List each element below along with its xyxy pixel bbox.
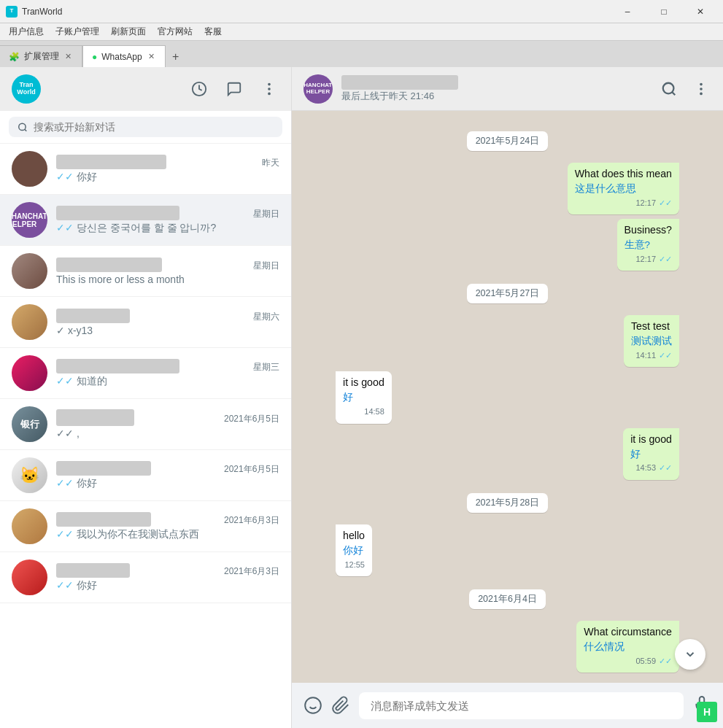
message-row: What circumstance 什么情况 05:59 ✓✓ [336,621,679,673]
msg-time: 14:58 [364,406,384,417]
contact-name: ████████████ [56,257,162,272]
new-tab-button[interactable]: + [166,47,186,67]
msg-ticks: ✓✓ [659,254,672,265]
contact-list: +86 1█████████ 昨天 ✓✓ 你好 THANCHATSHELPER … [0,144,291,728]
chat-area: THANCHATSHELPER +1 (314) 364-1██ 最后上线于昨天… [292,67,723,728]
date-label: 2021年6月4日 [469,589,546,609]
extension-icon: 🧩 [9,52,20,62]
message-input[interactable] [359,692,684,719]
contact-info: +86 1█████████ 昨天 ✓✓ 你好 [56,155,279,184]
maximize-button[interactable]: □ [647,0,681,23]
date-divider: 2021年5月27日 [336,284,679,303]
list-item[interactable]: 银行 刃公账号/代填 2021年6月5日 ✓✓ , [0,399,291,450]
msg-translation: 好 [343,391,384,405]
search-bar [0,111,291,144]
contact-name: +86 10 ████ ... [56,461,151,476]
h-button[interactable]: H [697,702,717,722]
sidebar: TranWorld [0,67,292,728]
avatar: 银行 [12,406,47,442]
list-item[interactable]: + (262) 295-2... 2021年6月3日 ✓✓ 我以为你不在我测试点… [0,501,291,552]
emoji-button[interactable] [303,696,322,715]
whatsapp-tab-icon: ● [92,52,97,62]
contact-info: ████████████ 星期日 This is more or less a … [56,257,279,285]
contact-info: ████ ████ 2021年6月3日 ✓✓ 你好 [56,563,279,592]
tab-close-extensions[interactable]: ✕ [63,52,73,61]
chat-more-button[interactable] [691,79,711,99]
msg-text: it is good [630,433,672,447]
avatar [12,151,47,187]
message-bubble: it is good 好 14:53 ✓✓ [623,428,679,480]
list-item[interactable]: 🐱 +86 10 ████ ... 2021年6月5日 ✓✓ 你好 [0,450,291,501]
list-item[interactable]: THANCHATSHELPER ██████████████ 星期日 ✓✓ 당신… [0,195,291,246]
msg-text: it is good [343,376,384,390]
msg-time: 14:11 [635,350,656,361]
search-chat-button[interactable] [659,79,679,99]
more-icon-btn[interactable] [259,79,279,99]
contact-preview: ✓✓ 你好 [56,171,279,184]
svg-point-7 [700,88,703,90]
sidebar-header-icons [189,79,279,99]
date-divider: 2021年5月24日 [336,131,679,151]
menu-refresh[interactable]: 刷新页面 [105,24,152,39]
close-button[interactable]: ✕ [684,0,717,23]
contact-time: 星期三 [253,361,279,373]
message-row: Test test 测试测试 14:11 ✓✓ [336,315,679,367]
date-divider: 2021年5月28日 [336,493,679,513]
list-item[interactable]: ████ ████ 2021年6月3日 ✓✓ 你好 [0,552,291,603]
msg-ticks: ✓✓ [659,462,672,473]
list-item[interactable]: ████████████ 星期日 This is more or less a … [0,246,291,297]
chat-icon-btn[interactable] [224,79,244,99]
avatar [12,304,47,340]
tab-whatsapp[interactable]: ● WhatsApp ✕ [82,45,166,67]
avatar [12,559,47,595]
message-row: What does this mean 这是什么意思 12:17 ✓✓ [336,163,679,214]
list-item[interactable]: +86 1█████████ 昨天 ✓✓ 你好 [0,144,291,195]
menu-subaccount[interactable]: 子账户管理 [50,24,105,39]
msg-ticks: ✓✓ [659,656,672,667]
message-bubble: it is good 好 14:58 [336,371,392,423]
message-bubble: Business? 生意? 12:17 ✓✓ [617,219,679,271]
msg-ticks: ✓✓ [659,350,672,361]
contact-time: 星期六 [253,311,279,323]
chat-header-avatar: THANCHATSHELPER [303,74,333,104]
menu-user-info[interactable]: 用户信息 [3,24,50,39]
chat-header-info: +1 (314) 364-1██ 最后上线于昨天 21:46 [341,75,650,103]
search-icon [18,122,28,133]
main-layout: TranWorld [0,67,723,728]
msg-text: Test test [631,320,672,334]
message-row: hello 你好 12:55 [336,524,679,576]
contact-name: ██████████████ [56,206,179,220]
msg-translation: 这是什么意思 [575,182,672,196]
avatar [12,253,47,289]
avatar: 🐱 [12,457,47,493]
contact-time: 昨天 [262,157,279,169]
contact-time: 2021年6月3日 [224,565,279,578]
search-input[interactable] [34,121,274,133]
tab-extensions[interactable]: 🧩 扩展管理 ✕ [0,45,82,67]
minimize-button[interactable]: – [611,0,644,23]
contact-name: +86 1█████████ [56,155,166,169]
menu-service[interactable]: 客服 [198,24,228,39]
list-item[interactable]: ██████████████ 星期三 ✓✓ 知道的 [0,348,291,399]
contact-preview: ✓✓ , [56,427,279,439]
list-item[interactable]: ████ ████ 星期六 ✓ x-y13 [0,297,291,348]
search-wrapper [9,117,282,137]
menu-official[interactable]: 官方网站 [152,24,198,39]
tab-close-whatsapp[interactable]: ✕ [147,52,156,61]
contact-name: 刃公账号/代填 [56,409,134,426]
attach-button[interactable] [331,696,350,715]
avatar [12,508,47,544]
svg-point-5 [663,82,674,93]
contact-info: + (262) 295-2... 2021年6月3日 ✓✓ 我以为你不在我测试点… [56,512,279,541]
sidebar-header: TranWorld [0,67,291,111]
contact-name: ██████████████ [56,359,179,373]
chat-header: THANCHATSHELPER +1 (314) 364-1██ 最后上线于昨天… [292,67,723,111]
status-icon-btn[interactable] [189,79,209,99]
msg-translation: 好 [630,448,672,462]
contact-preview: ✓✓ 知道的 [56,375,279,388]
scroll-down-button[interactable] [675,639,705,670]
tab-bar: 🧩 扩展管理 ✕ ● WhatsApp ✕ + [0,41,723,67]
contact-info: +86 10 ████ ... 2021年6月5日 ✓✓ 你好 [56,461,279,490]
msg-time: 12:55 [344,559,365,570]
msg-time: 12:17 [635,254,656,265]
